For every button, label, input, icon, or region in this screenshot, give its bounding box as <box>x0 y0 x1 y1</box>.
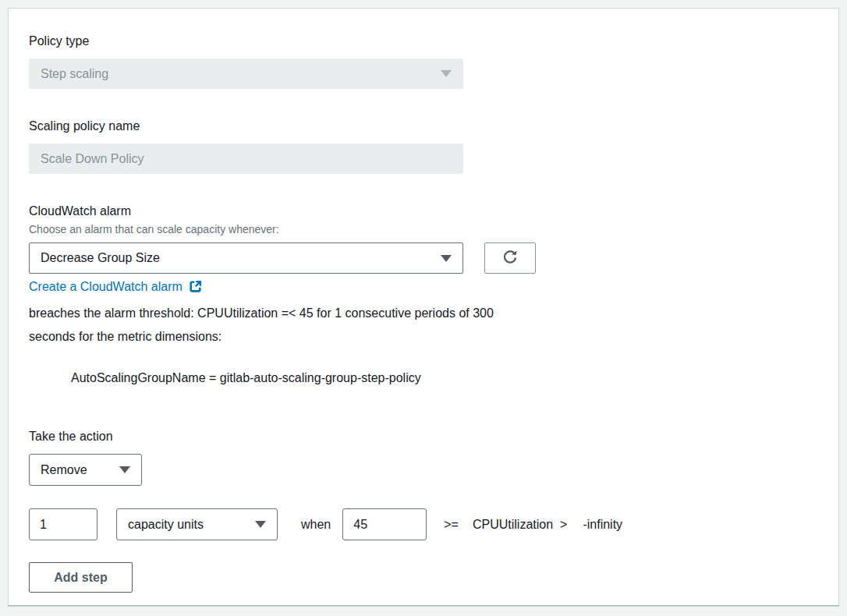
step-unit-selected-value: capacity units <box>128 518 255 532</box>
action-type-selected-value: Remove <box>41 463 119 477</box>
greater-than-label: > <box>560 518 567 532</box>
alarm-threshold-description: breaches the alarm threshold: CPUUtiliza… <box>29 302 818 349</box>
policy-type-label: Policy type <box>29 34 818 48</box>
cloudwatch-alarm-helper: Choose an alarm that can scale capacity … <box>29 222 818 236</box>
chevron-down-icon <box>119 466 130 473</box>
refresh-alarms-button[interactable] <box>484 243 536 274</box>
cloudwatch-alarm-label: CloudWatch alarm <box>29 204 818 218</box>
external-link-icon <box>188 279 203 294</box>
policy-type-select: Step scaling <box>29 58 463 89</box>
chevron-down-icon <box>441 70 452 77</box>
step-amount-input[interactable] <box>29 508 97 540</box>
create-cloudwatch-alarm-link[interactable]: Create a CloudWatch alarm <box>29 280 183 294</box>
add-step-button[interactable]: Add step <box>29 562 133 593</box>
metric-dimension-value: AutoScalingGroupName = gitlab-auto-scali… <box>71 371 818 385</box>
scaling-policy-form-card: Policy type Step scaling Scaling policy … <box>8 8 839 606</box>
form-content: Policy type Step scaling Scaling policy … <box>9 9 838 593</box>
alarm-select-row: Decrease Group Size <box>29 243 818 274</box>
chevron-down-icon <box>441 255 452 262</box>
lower-bound-label: -infinity <box>583 518 622 532</box>
policy-name-placeholder: Scale Down Policy <box>41 152 452 166</box>
step-upper-bound-input[interactable] <box>342 508 427 540</box>
cloudwatch-alarm-selected-value: Decrease Group Size <box>41 251 441 265</box>
greater-equal-label: >= <box>444 518 459 532</box>
action-type-select[interactable]: Remove <box>29 454 142 486</box>
take-action-label: Take the action <box>29 430 818 444</box>
cloudwatch-alarm-select[interactable]: Decrease Group Size <box>29 243 463 274</box>
chevron-down-icon <box>255 521 266 528</box>
scaling-step-row: capacity units when >= CPUUtilization > … <box>29 508 818 540</box>
metric-name-label: CPUUtilization <box>473 518 553 532</box>
when-label: when <box>301 518 331 532</box>
policy-name-input: Scale Down Policy <box>29 143 463 174</box>
step-unit-select[interactable]: capacity units <box>116 508 278 540</box>
alarm-threshold-line2: seconds for the metric dimensions: <box>29 325 818 349</box>
create-alarm-link-row: Create a CloudWatch alarm <box>29 279 818 294</box>
refresh-icon <box>501 247 519 269</box>
policy-type-value: Step scaling <box>41 67 441 81</box>
alarm-threshold-line1: breaches the alarm threshold: CPUUtiliza… <box>29 302 818 325</box>
policy-name-label: Scaling policy name <box>29 119 818 133</box>
